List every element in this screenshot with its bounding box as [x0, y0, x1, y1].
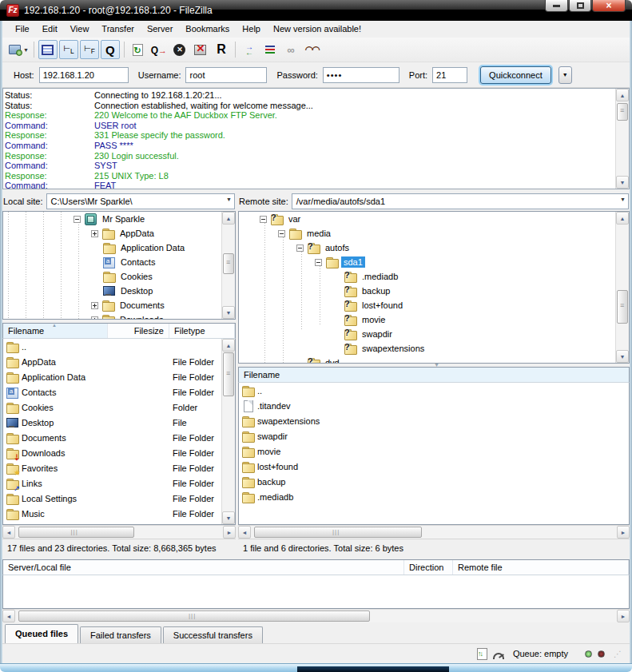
- column-header-server-local-file[interactable]: Server/Local file: [3, 560, 404, 575]
- queue-list[interactable]: [2, 575, 630, 609]
- tree-item[interactable]: ?autofs: [239, 241, 629, 255]
- tree-item[interactable]: ?lost+found: [239, 298, 629, 312]
- file-row[interactable]: .titandev: [239, 398, 629, 413]
- collapse-icon[interactable]: [296, 245, 304, 252]
- remote-site-combobox[interactable]: /var/media/autofs/sda1▼: [292, 193, 629, 209]
- tree-item[interactable]: ?var: [239, 212, 629, 226]
- maximize-button[interactable]: [569, 0, 591, 12]
- remote-file-list[interactable]: .. .titandev swapextensions swapdir movi…: [238, 383, 630, 525]
- tree-item[interactable]: media: [239, 226, 629, 241]
- disconnect-button[interactable]: ✕: [191, 40, 210, 59]
- menu-edit[interactable]: Edit: [36, 21, 64, 38]
- file-row[interactable]: DesktopFile: [3, 415, 235, 430]
- refresh-button[interactable]: ↻: [129, 40, 148, 59]
- titlebar[interactable]: Fz 192.168.1.20 - root@192.168.1.20 - Fi…: [0, 0, 632, 21]
- collapse-icon[interactable]: [74, 216, 81, 223]
- tree-item[interactable]: ?swapdir: [239, 327, 629, 341]
- local-file-list[interactable]: .. AppDataFile Folder Application DataFi…: [2, 339, 236, 525]
- resize-grip[interactable]: ⋰: [614, 650, 622, 658]
- menu-bookmarks[interactable]: Bookmarks: [179, 21, 236, 38]
- tree-item[interactable]: ?backup: [239, 284, 629, 298]
- process-queue-button[interactable]: Q→: [149, 40, 169, 59]
- tree-item[interactable]: ?swapextensions: [239, 341, 629, 356]
- tree-item[interactable]: AppData: [3, 226, 235, 241]
- scroll-left-icon[interactable]: ◄: [2, 610, 15, 622]
- tree-item[interactable]: Cookies: [3, 269, 235, 284]
- collapse-icon[interactable]: [260, 216, 267, 223]
- collapse-icon[interactable]: [315, 259, 322, 266]
- scrollbar-thumb[interactable]: [254, 527, 422, 538]
- synchronized-browsing-button[interactable]: ∞: [281, 40, 300, 59]
- directory-comparison-button[interactable]: →←: [240, 40, 259, 59]
- remote-directory-tree[interactable]: ?var media ?autofs sda1 ?.mediadb ?backu…: [238, 211, 630, 364]
- host-input[interactable]: 192.168.1.20: [39, 67, 129, 83]
- remote-horizontal-scrollbar[interactable]: ◄ ►: [238, 525, 630, 539]
- file-row[interactable]: .mediadb: [239, 489, 629, 504]
- tree-item[interactable]: ?dvd: [239, 356, 629, 364]
- tab-failed-transfers[interactable]: Failed transfers: [80, 626, 161, 643]
- expand-icon[interactable]: [91, 302, 98, 309]
- find-files-button[interactable]: ◠◠: [302, 40, 321, 59]
- scrollbar-thumb[interactable]: [617, 103, 628, 121]
- file-row[interactable]: ⇣DownloadsFile Folder: [3, 445, 235, 460]
- scroll-up-icon[interactable]: ▲: [616, 89, 629, 101]
- tree-item[interactable]: ⇣Downloads: [3, 312, 235, 320]
- scroll-right-icon[interactable]: ►: [617, 610, 630, 622]
- local-directory-tree[interactable]: Mr Sparkle AppData Application Data Cont…: [2, 211, 236, 320]
- local-site-combobox[interactable]: C:\Users\Mr Sparkle\▼: [46, 193, 235, 209]
- scrollbar-thumb[interactable]: [18, 527, 134, 538]
- column-header-filename[interactable]: Filename: [239, 368, 629, 382]
- local-horizontal-scrollbar[interactable]: ◄ ►: [2, 525, 236, 539]
- menu-new-version[interactable]: New version available!: [267, 21, 368, 38]
- scroll-up-icon[interactable]: ▲: [222, 339, 235, 352]
- scroll-left-icon[interactable]: ◄: [238, 526, 251, 539]
- queue-horizontal-scrollbar[interactable]: ◄ ►: [2, 609, 630, 622]
- site-manager-button[interactable]: ▼: [8, 40, 30, 59]
- scrollbar-thumb[interactable]: [18, 610, 370, 622]
- scroll-right-icon[interactable]: ►: [223, 526, 236, 539]
- scroll-left-icon[interactable]: ◄: [2, 526, 15, 539]
- scroll-right-icon[interactable]: ►: [617, 526, 630, 539]
- menu-view[interactable]: View: [64, 21, 96, 38]
- username-input[interactable]: root: [185, 67, 267, 83]
- scrollbar-thumb[interactable]: [223, 352, 234, 396]
- column-header-filename[interactable]: ▲Filename: [3, 324, 108, 338]
- file-row[interactable]: ★FavoritesFile Folder: [3, 460, 235, 475]
- scroll-down-icon[interactable]: ▼: [616, 176, 629, 189]
- minimize-button[interactable]: [545, 0, 568, 12]
- file-row[interactable]: ..: [239, 383, 629, 398]
- toggle-message-log-button[interactable]: [38, 40, 58, 59]
- file-row[interactable]: DocumentsFile Folder: [3, 430, 235, 445]
- menu-server[interactable]: Server: [141, 21, 179, 38]
- menu-transfer[interactable]: Transfer: [95, 21, 141, 38]
- file-row[interactable]: ..: [3, 339, 235, 354]
- expand-icon[interactable]: [91, 230, 98, 237]
- tree-item[interactable]: Contacts: [3, 255, 235, 269]
- quickconnect-button[interactable]: Quickconnect: [480, 66, 551, 84]
- quickconnect-dropdown-button[interactable]: ▼: [558, 66, 572, 84]
- file-row[interactable]: swapdir: [239, 428, 629, 443]
- column-header-filesize[interactable]: Filesize: [108, 324, 169, 338]
- collapse-icon[interactable]: [278, 230, 285, 237]
- password-input[interactable]: ••••: [323, 67, 399, 83]
- reconnect-button[interactable]: R: [212, 40, 231, 59]
- local-list-scrollbar[interactable]: ▲ ▼: [221, 339, 235, 524]
- scroll-down-icon[interactable]: ▼: [222, 511, 235, 524]
- tree-item[interactable]: ?movie: [239, 312, 629, 327]
- column-header-remote-file[interactable]: Remote file: [453, 560, 629, 575]
- message-log[interactable]: Status:Connecting to 192.168.1.20:21... …: [2, 88, 630, 189]
- file-row[interactable]: AppDataFile Folder: [3, 354, 235, 369]
- column-header-direction[interactable]: Direction: [404, 560, 453, 575]
- file-row[interactable]: ↗LinksFile Folder: [3, 475, 235, 491]
- tree-item[interactable]: ?.mediadb: [239, 269, 629, 284]
- tree-item[interactable]: Application Data: [3, 241, 235, 255]
- file-row[interactable]: Application DataFile Folder: [3, 369, 235, 384]
- directory-listing-button[interactable]: [260, 40, 280, 59]
- port-input[interactable]: 21: [432, 67, 467, 83]
- file-row[interactable]: movie: [239, 443, 629, 459]
- menu-file[interactable]: File: [9, 21, 36, 38]
- file-row[interactable]: lost+found: [239, 459, 629, 474]
- tab-queued-files[interactable]: Queued files: [5, 624, 78, 643]
- file-row[interactable]: MusicFile Folder: [3, 506, 235, 521]
- tree-item[interactable]: sda1: [239, 255, 629, 269]
